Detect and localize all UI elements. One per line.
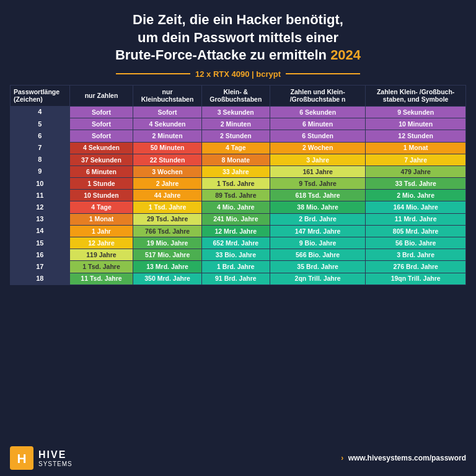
cell-row9-col2: 29 Tsd. Jahre [133, 213, 201, 225]
title-year: 2024 [330, 47, 361, 63]
cell-row2-col3: 2 Stunden [201, 130, 270, 142]
subtitle-line-left [116, 73, 190, 74]
cell-row10-col4: 147 Mrd. Jahre [270, 225, 365, 237]
cell-row5-col3: 33 Jahre [201, 165, 270, 177]
cell-length: 12 [11, 201, 70, 213]
table-row: 74 Sekunden50 Minuten4 Tage2 Wochen1 Mon… [11, 142, 466, 154]
cell-row11-col4: 9 Bio. Jahre [270, 237, 365, 249]
table-row: 124 Tage1 Tsd. Jahre4 Mio. Jahre38 Mio. … [11, 201, 466, 213]
cell-row6-col5: 33 Tsd. Jahre [366, 178, 466, 190]
cell-length: 17 [11, 261, 70, 273]
cell-row3-col4: 2 Wochen [270, 142, 365, 154]
cell-row13-col3: 1 Brd. Jahre [201, 261, 270, 273]
page-title: Die Zeit, die ein Hacker benötigt, um de… [10, 11, 466, 64]
logo-systems: SYSTEMS [38, 461, 73, 467]
cell-row6-col4: 9 Tsd. Jahre [270, 178, 365, 190]
website-url: › www.hivesystems.com/password [341, 454, 466, 462]
cell-row4-col1: 37 Sekunden [69, 154, 133, 165]
cell-row11-col5: 56 Bio. Jahre [366, 237, 466, 249]
password-table: Passwortlänge (Zeichen) nur Zahlen nur K… [10, 85, 466, 285]
cell-row1-col3: 2 Minuten [201, 118, 270, 130]
cell-row7-col1: 10 Stunden [69, 190, 133, 201]
cell-row12-col5: 3 Brd. Jahre [366, 249, 466, 261]
table-row: 1512 Jahre19 Mio. Jahre652 Mrd. Jahre9 B… [11, 237, 466, 249]
table-row: 131 Monat29 Tsd. Jahre241 Mio. Jahre2 Br… [11, 213, 466, 225]
cell-length: 6 [11, 130, 70, 142]
cell-row1-col2: 4 Sekunden [133, 118, 201, 130]
cell-row13-col1: 1 Tsd. Jahre [69, 261, 133, 273]
footer: H HIVE SYSTEMS › www.hivesystems.com/pas… [10, 443, 466, 470]
cell-row8-col2: 1 Tsd. Jahre [133, 201, 201, 213]
cell-row12-col1: 119 Jahre [69, 249, 133, 261]
cell-row7-col2: 44 Jahre [133, 190, 201, 201]
cell-row3-col1: 4 Sekunden [69, 142, 133, 154]
cell-row2-col4: 6 Stunden [270, 130, 365, 142]
cell-row8-col3: 4 Mio. Jahre [201, 201, 270, 213]
cell-row13-col5: 276 Brd. Jahre [366, 261, 466, 273]
cell-row4-col2: 22 Stunden [133, 154, 201, 165]
title-line2: um dein Passwort mittels einer [138, 30, 338, 45]
cell-row12-col4: 566 Bio. Jahre [270, 249, 365, 261]
table-body: 4SofortSofort3 Sekunden6 Sekunden9 Sekun… [11, 106, 466, 284]
cell-length: 16 [11, 249, 70, 261]
table-wrapper: Passwortlänge (Zeichen) nur Zahlen nur K… [10, 85, 466, 443]
cell-row8-col5: 164 Mio. Jahre [366, 201, 466, 213]
subtitle-text: 12 x RTX 4090 | bcrypt [195, 69, 281, 79]
cell-row14-col4: 2qn Trill. Jahre [270, 273, 365, 284]
cell-row13-col2: 13 Mrd. Jahre [133, 261, 201, 273]
cell-row1-col4: 6 Minuten [270, 118, 365, 130]
table-row: 96 Minuten3 Wochen33 Jahre161 Jahre479 J… [11, 165, 466, 177]
cell-row5-col5: 479 Jahre [366, 165, 466, 177]
website-text: www.hivesystems.com/password [348, 454, 466, 462]
header-col0: Passwortlänge (Zeichen) [11, 85, 70, 106]
table-row: 837 Sekunden22 Stunden8 Monate3 Jahre7 J… [11, 154, 466, 165]
logo-area: H HIVE SYSTEMS [10, 446, 73, 470]
cell-row3-col5: 1 Monat [366, 142, 466, 154]
header-col4: Zahlen und Klein- /Großbuchstabe n [270, 85, 365, 106]
cell-row9-col1: 1 Monat [69, 213, 133, 225]
cell-row10-col1: 1 Jahr [69, 225, 133, 237]
cell-row10-col5: 805 Mrd. Jahre [366, 225, 466, 237]
cell-length: 5 [11, 118, 70, 130]
cell-row8-col4: 38 Mio. Jahre [270, 201, 365, 213]
header-col2: nur Kleinbuchstaben [133, 85, 201, 106]
website-arrow: › [341, 454, 343, 462]
cell-row14-col1: 11 Tsd. Jahre [69, 273, 133, 284]
cell-length: 10 [11, 178, 70, 190]
cell-row11-col3: 652 Mrd. Jahre [201, 237, 270, 249]
cell-row2-col5: 12 Stunden [366, 130, 466, 142]
cell-row4-col5: 7 Jahre [366, 154, 466, 165]
title-line1: Die Zeit, die ein Hacker benötigt, [133, 12, 343, 27]
header-col5: Zahlen Klein- /Großbuch- staben, und Sym… [366, 85, 466, 106]
cell-row6-col3: 1 Tsd. Jahre [201, 178, 270, 190]
cell-row7-col4: 618 Tsd. Jahre [270, 190, 365, 201]
cell-row5-col2: 3 Wochen [133, 165, 201, 177]
logo-hive: HIVE [38, 449, 73, 461]
cell-row0-col5: 9 Sekunden [366, 106, 466, 118]
table-row: 171 Tsd. Jahre13 Mrd. Jahre1 Brd. Jahre3… [11, 261, 466, 273]
cell-row4-col3: 8 Monate [201, 154, 270, 165]
hive-logo-icon: H [10, 446, 33, 470]
cell-row3-col3: 4 Tage [201, 142, 270, 154]
cell-length: 7 [11, 142, 70, 154]
header-col3: Klein- & Großbuchstaben [201, 85, 270, 106]
cell-row11-col1: 12 Jahre [69, 237, 133, 249]
table-row: 6Sofort2 Minuten2 Stunden6 Stunden12 Stu… [11, 130, 466, 142]
cell-row2-col2: 2 Minuten [133, 130, 201, 142]
cell-length: 8 [11, 154, 70, 165]
cell-row0-col3: 3 Sekunden [201, 106, 270, 118]
cell-length: 14 [11, 225, 70, 237]
cell-row0-col4: 6 Sekunden [270, 106, 365, 118]
cell-row0-col2: Sofort [133, 106, 201, 118]
table-row: 16119 Jahre517 Mio. Jahre33 Bio. Jahre56… [11, 249, 466, 261]
cell-row12-col3: 33 Bio. Jahre [201, 249, 270, 261]
cell-length: 13 [11, 213, 70, 225]
main-container: Die Zeit, die ein Hacker benötigt, um de… [0, 0, 476, 476]
cell-row14-col3: 91 Brd. Jahre [201, 273, 270, 284]
cell-row4-col4: 3 Jahre [270, 154, 365, 165]
cell-row11-col2: 19 Mio. Jahre [133, 237, 201, 249]
cell-row8-col1: 4 Tage [69, 201, 133, 213]
cell-row3-col2: 50 Minuten [133, 142, 201, 154]
table-row: 141 Jahr766 Tsd. Jahre12 Mrd. Jahre147 M… [11, 225, 466, 237]
cell-row0-col1: Sofort [69, 106, 133, 118]
